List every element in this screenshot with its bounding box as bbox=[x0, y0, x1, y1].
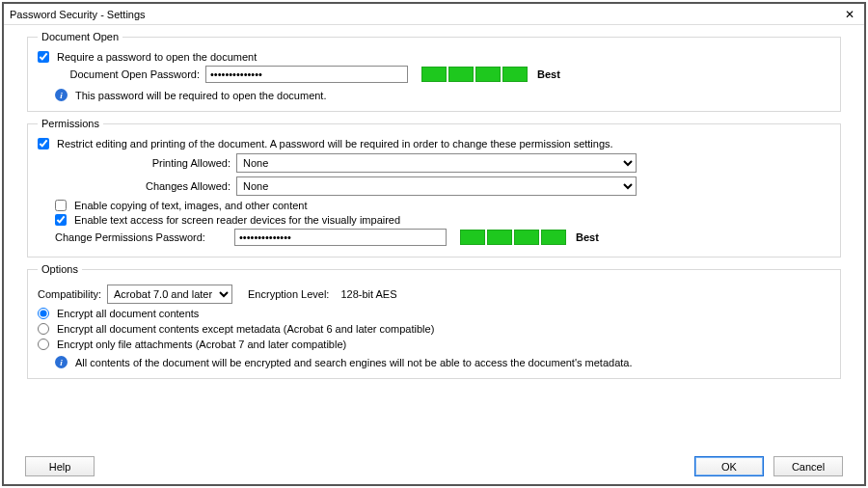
encrypt-except-metadata-label: Encrypt all document contents except met… bbox=[57, 323, 434, 335]
open-password-label: Document Open Password: bbox=[55, 68, 200, 80]
encrypt-attachments-input[interactable] bbox=[38, 339, 49, 350]
help-button[interactable]: Help bbox=[25, 456, 95, 476]
open-password-info-text: This password will be required to open t… bbox=[75, 90, 326, 101]
open-password-strength-label: Best bbox=[537, 68, 560, 80]
open-password-strength-meter bbox=[421, 67, 528, 82]
changes-allowed-select[interactable]: None bbox=[236, 176, 637, 196]
dialog-title: Password Security - Settings bbox=[10, 9, 146, 20]
printing-allowed-label: Printing Allowed: bbox=[38, 157, 231, 169]
require-password-label: Require a password to open the document bbox=[57, 51, 257, 63]
info-icon: i bbox=[55, 89, 68, 101]
options-legend: Options bbox=[38, 263, 82, 275]
strength-bar bbox=[475, 67, 501, 82]
close-icon[interactable]: ✕ bbox=[841, 8, 858, 21]
encrypt-all-input[interactable] bbox=[38, 308, 49, 319]
ok-button[interactable]: OK bbox=[694, 456, 764, 476]
screen-reader-input[interactable] bbox=[55, 214, 67, 226]
info-icon: i bbox=[55, 356, 68, 368]
permissions-password-strength-label: Best bbox=[576, 231, 599, 243]
encrypt-all-label: Encrypt all document contents bbox=[57, 308, 199, 319]
restrict-editing-input[interactable] bbox=[38, 138, 49, 149]
compatibility-select[interactable]: Acrobat 7.0 and later bbox=[107, 285, 232, 304]
strength-bar bbox=[487, 230, 512, 245]
screen-reader-checkbox[interactable]: Enable text access for screen reader dev… bbox=[55, 214, 400, 226]
strength-bar bbox=[421, 67, 447, 82]
encrypt-except-metadata-radio[interactable]: Encrypt all document contents except met… bbox=[38, 323, 434, 335]
dialog-footer: Help OK Cancel bbox=[4, 452, 864, 484]
strength-bar bbox=[541, 230, 566, 245]
restrict-editing-checkbox[interactable]: Restrict editing and printing of the doc… bbox=[38, 138, 613, 149]
permissions-group: Permissions Restrict editing and printin… bbox=[27, 118, 841, 258]
strength-bar bbox=[514, 230, 539, 245]
compatibility-label: Compatibility: bbox=[38, 288, 101, 300]
enable-copy-label: Enable copying of text, images, and othe… bbox=[74, 200, 308, 211]
require-password-input[interactable] bbox=[38, 51, 49, 63]
permissions-password-strength-meter bbox=[460, 230, 566, 245]
strength-bar bbox=[460, 230, 485, 245]
strength-bar bbox=[502, 67, 528, 82]
require-password-checkbox[interactable]: Require a password to open the document bbox=[38, 51, 257, 63]
change-permissions-password-input[interactable] bbox=[234, 229, 447, 246]
enable-copy-input[interactable] bbox=[55, 200, 67, 211]
encryption-level-value: 128-bit AES bbox=[340, 288, 396, 300]
changes-allowed-label: Changes Allowed: bbox=[38, 180, 231, 192]
encrypt-attachments-label: Encrypt only file attachments (Acrobat 7… bbox=[57, 339, 346, 350]
options-info-text: All contents of the document will be enc… bbox=[75, 357, 633, 368]
title-bar: Password Security - Settings ✕ bbox=[4, 4, 864, 25]
encryption-level-label: Encryption Level: bbox=[248, 288, 329, 300]
printing-allowed-select[interactable]: None bbox=[236, 153, 637, 173]
document-open-group: Document Open Require a password to open… bbox=[27, 31, 841, 112]
screen-reader-label: Enable text access for screen reader dev… bbox=[74, 214, 400, 226]
open-password-input[interactable] bbox=[205, 66, 408, 83]
encrypt-all-radio[interactable]: Encrypt all document contents bbox=[38, 308, 199, 319]
dialog-window: Password Security - Settings ✕ Document … bbox=[2, 2, 866, 486]
document-open-legend: Document Open bbox=[38, 31, 122, 42]
options-group: Options Compatibility: Acrobat 7.0 and l… bbox=[27, 263, 841, 379]
permissions-legend: Permissions bbox=[38, 118, 103, 129]
strength-bar bbox=[448, 67, 474, 82]
restrict-editing-label: Restrict editing and printing of the doc… bbox=[57, 138, 613, 149]
encrypt-except-metadata-input[interactable] bbox=[38, 323, 49, 335]
cancel-button[interactable]: Cancel bbox=[773, 456, 843, 476]
enable-copy-checkbox[interactable]: Enable copying of text, images, and othe… bbox=[55, 200, 308, 211]
encrypt-attachments-radio[interactable]: Encrypt only file attachments (Acrobat 7… bbox=[38, 339, 346, 350]
change-permissions-password-label: Change Permissions Password: bbox=[55, 231, 229, 243]
dialog-content: Document Open Require a password to open… bbox=[4, 25, 864, 452]
